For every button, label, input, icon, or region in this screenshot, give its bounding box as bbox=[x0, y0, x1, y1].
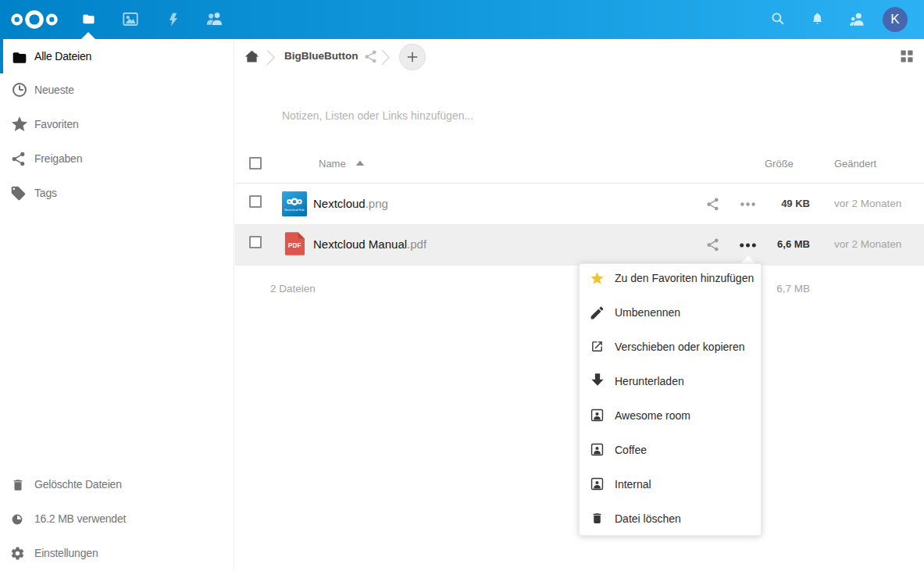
svg-text:Nextcloud Hub: Nextcloud Hub bbox=[284, 208, 305, 212]
svg-text:PDF: PDF bbox=[288, 242, 301, 249]
